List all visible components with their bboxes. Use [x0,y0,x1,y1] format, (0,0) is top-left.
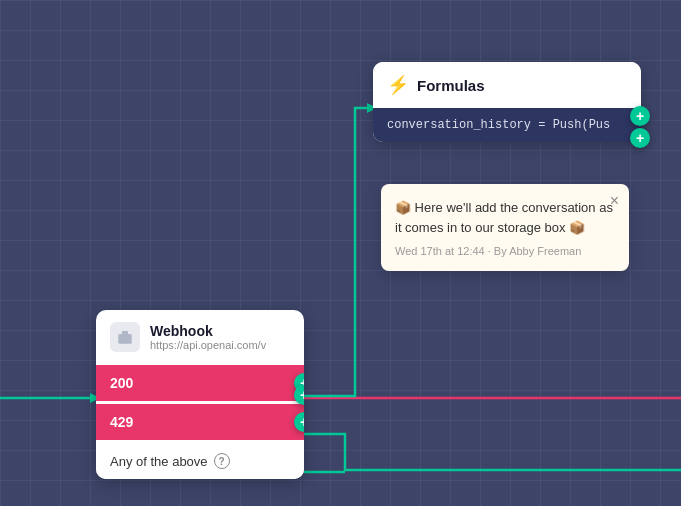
formulas-header: ⚡ Formulas [373,62,641,108]
webhook-url: https://api.openai.com/v [150,339,266,351]
webhook-info: Webhook https://api.openai.com/v [150,323,266,351]
webhook-node: Webhook https://api.openai.com/v 200 + 4… [96,310,304,479]
formula-icon: ⚡ [387,74,409,96]
formulas-plus-bottom-button[interactable]: + [630,128,650,148]
webhook-row-any: Any of the above ? + [96,443,304,479]
svg-rect-5 [122,331,128,336]
webhook-row-429-label: 429 [110,414,133,430]
tooltip-close-button[interactable]: × [610,192,619,210]
formulas-plus-top-button[interactable]: + [630,106,650,126]
webhook-icon [110,322,140,352]
webhook-header: Webhook https://api.openai.com/v [96,310,304,364]
tooltip-text: 📦 Here we'll add the conversation as it … [395,198,615,237]
formulas-node: ⚡ Formulas conversation_history = Push(P… [373,62,641,142]
question-icon: ? [214,453,230,469]
webhook-name: Webhook [150,323,266,339]
tooltip-meta: Wed 17th at 12:44 · By Abby Freeman [395,245,615,257]
webhook-row-any-plus[interactable]: + [294,385,304,405]
webhook-row-429: 429 + [96,404,304,440]
webhook-row-200-label: 200 [110,375,133,391]
webhook-row-429-plus[interactable]: + [294,412,304,432]
webhook-row-200: 200 + [96,365,304,401]
webhook-row-any-label: Any of the above [110,454,208,469]
tooltip-note: × 📦 Here we'll add the conversation as i… [381,184,629,271]
canvas: ⚡ Formulas conversation_history = Push(P… [0,0,681,506]
formulas-code: conversation_history = Push(Pus [373,108,641,142]
formulas-title: Formulas [417,77,485,94]
